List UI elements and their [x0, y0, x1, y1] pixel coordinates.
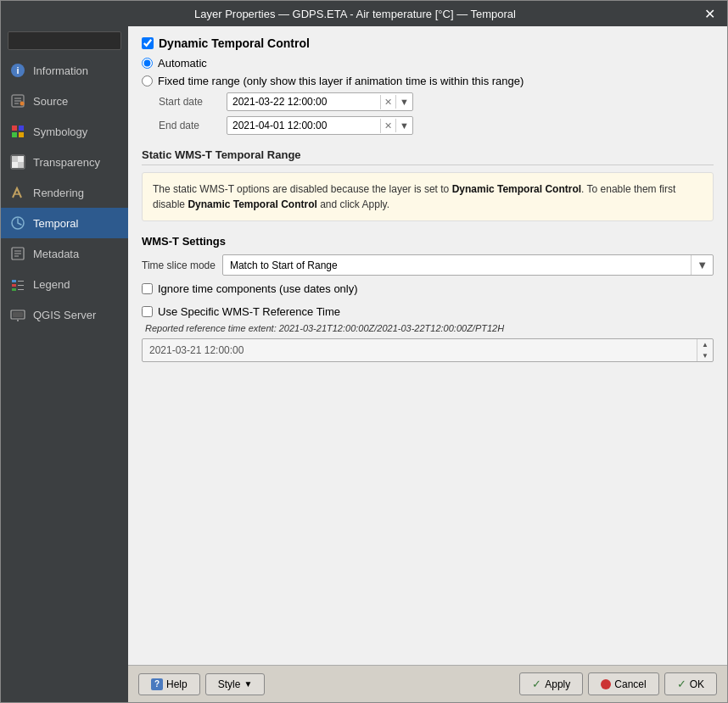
- ref-time-wrapper: 2021-03-21 12:00:00 ▲ ▼: [142, 338, 714, 362]
- use-specific-checkbox[interactable]: [142, 306, 153, 317]
- end-date-row: End date 2021-04-01 12:00:00 ✕ ▼: [142, 116, 714, 135]
- static-wms-section: Static WMS-T Temporal Range The static W…: [142, 148, 714, 221]
- sidebar-item-source[interactable]: Source: [1, 86, 128, 116]
- information-icon: i: [9, 62, 26, 79]
- source-icon: [9, 92, 26, 109]
- svg-rect-16: [12, 284, 16, 287]
- svg-rect-19: [13, 312, 23, 317]
- fixed-radio-label: Fixed time range (only show this layer i…: [158, 75, 524, 87]
- sidebar-item-temporal-label: Temporal: [33, 217, 78, 230]
- start-date-dropdown-icon[interactable]: ▼: [395, 95, 412, 109]
- svg-point-3: [20, 102, 25, 106]
- start-date-wrapper: 2021-03-22 12:00:00 ✕ ▼: [227, 92, 413, 111]
- sidebar-item-symbology[interactable]: Symbology: [1, 116, 128, 147]
- spinner-up-icon[interactable]: ▲: [697, 339, 713, 350]
- static-wms-info: The static WMS-T options are disabled be…: [142, 172, 714, 221]
- svg-rect-10: [12, 162, 18, 168]
- dynamic-temporal-section: Dynamic Temporal Control Automatic Fixed…: [142, 36, 714, 135]
- content-area: i Information Source Symbology: [1, 26, 727, 702]
- apply-check-icon: ✓: [532, 678, 541, 690]
- sidebar: i Information Source Symbology: [1, 26, 128, 702]
- time-slice-row: Time slice mode Match to Start of Range …: [142, 254, 714, 276]
- ignore-time-checkbox[interactable]: [142, 283, 153, 294]
- help-button[interactable]: ? Help: [138, 673, 200, 695]
- dynamic-temporal-checkbox-row: Dynamic Temporal Control: [142, 36, 714, 50]
- info-bold1: Dynamic Temporal Control: [452, 183, 581, 195]
- ok-check-icon: ✓: [677, 678, 686, 690]
- cancel-dot-icon: [601, 679, 611, 689]
- sidebar-item-information[interactable]: i Information: [1, 55, 128, 86]
- automatic-radio[interactable]: [142, 58, 153, 69]
- help-label: Help: [166, 678, 188, 690]
- svg-rect-15: [12, 280, 16, 282]
- end-date-input[interactable]: 2021-04-01 12:00:00: [227, 117, 380, 134]
- start-date-input[interactable]: 2021-03-22 12:00:00: [227, 93, 380, 110]
- cancel-label: Cancel: [614, 678, 646, 690]
- svg-rect-9: [18, 156, 24, 162]
- reported-note-value: 2021-03-21T12:00:00Z/2021-03-22T12:00:00…: [279, 323, 504, 333]
- info-text-prefix: The static WMS-T options are disabled be…: [153, 183, 452, 195]
- ignore-time-row: Ignore time components (use dates only): [142, 282, 714, 295]
- cancel-button[interactable]: Cancel: [588, 672, 658, 695]
- symbology-icon: [9, 123, 26, 140]
- start-date-row: Start date 2021-03-22 12:00:00 ✕ ▼: [142, 92, 714, 111]
- end-date-dropdown-icon[interactable]: ▼: [395, 119, 412, 132]
- sidebar-item-rendering[interactable]: Rendering: [1, 177, 128, 208]
- ignore-time-label: Ignore time components (use dates only): [158, 282, 358, 295]
- time-slice-select-wrapper: Match to Start of Range ▼: [222, 254, 714, 276]
- end-date-clear-icon[interactable]: ✕: [380, 119, 395, 133]
- titlebar: Layer Properties — GDPS.ETA - Air temper…: [1, 1, 727, 26]
- main-panel: Dynamic Temporal Control Automatic Fixed…: [128, 26, 727, 702]
- sidebar-item-legend-label: Legend: [33, 278, 70, 291]
- sidebar-item-metadata-label: Metadata: [33, 248, 79, 260]
- rendering-icon: [9, 184, 26, 201]
- svg-rect-4: [12, 126, 17, 131]
- ref-time-spinner: ▲ ▼: [697, 339, 713, 361]
- time-slice-label: Time slice mode: [142, 259, 216, 271]
- reported-note-prefix: Reported reference time extent:: [145, 323, 279, 333]
- footer-left: ? Help Style ▼: [138, 673, 265, 695]
- help-icon: ?: [151, 678, 163, 690]
- time-slice-select[interactable]: Match to Start of Range: [223, 256, 691, 275]
- info-bold2: Dynamic Temporal Control: [188, 198, 316, 210]
- ok-button[interactable]: ✓ OK: [664, 672, 717, 695]
- apply-button[interactable]: ✓ Apply: [519, 672, 583, 695]
- sidebar-item-legend[interactable]: Legend: [1, 269, 128, 299]
- use-specific-label: Use Specific WMS-T Reference Time: [158, 305, 340, 318]
- sidebar-item-qgis-server[interactable]: QGIS Server: [1, 299, 128, 330]
- ok-label: OK: [690, 678, 704, 690]
- spinner-down-icon[interactable]: ▼: [697, 350, 713, 361]
- qgis-server-icon: [9, 306, 26, 323]
- legend-icon: [9, 276, 26, 293]
- svg-rect-8: [12, 156, 18, 162]
- style-button[interactable]: Style ▼: [205, 673, 266, 695]
- dynamic-temporal-label: Dynamic Temporal Control: [159, 36, 310, 50]
- start-date-clear-icon[interactable]: ✕: [380, 95, 395, 109]
- sidebar-item-metadata[interactable]: Metadata: [1, 238, 128, 269]
- fixed-radio-row: Fixed time range (only show this layer i…: [142, 75, 714, 87]
- sidebar-item-transparency-label: Transparency: [33, 156, 100, 169]
- sidebar-item-information-label: Information: [33, 64, 88, 77]
- sidebar-item-symbology-label: Symbology: [33, 126, 87, 138]
- svg-rect-7: [19, 132, 24, 137]
- svg-point-20: [17, 320, 19, 321]
- svg-rect-11: [18, 162, 24, 168]
- search-input[interactable]: [8, 31, 121, 50]
- static-wms-title: Static WMS-T Temporal Range: [142, 148, 714, 165]
- search-box: [1, 26, 128, 55]
- sidebar-item-temporal[interactable]: Temporal: [1, 208, 128, 238]
- wms-settings-section: WMS-T Settings Time slice mode Match to …: [142, 235, 714, 362]
- footer-right: ✓ Apply Cancel ✓ OK: [519, 672, 717, 695]
- sidebar-item-transparency[interactable]: Transparency: [1, 147, 128, 177]
- start-date-label: Start date: [159, 96, 227, 108]
- reference-note: Reported reference time extent: 2021-03-…: [142, 323, 714, 333]
- close-button[interactable]: ✕: [701, 6, 719, 22]
- end-date-label: End date: [159, 120, 227, 131]
- sidebar-item-source-label: Source: [33, 95, 68, 108]
- apply-label: Apply: [545, 678, 570, 690]
- ref-time-input[interactable]: 2021-03-21 12:00:00: [143, 341, 697, 360]
- svg-rect-6: [12, 132, 17, 137]
- fixed-radio[interactable]: [142, 75, 153, 86]
- footer: ? Help Style ▼ ✓ Apply Cancel: [128, 665, 727, 702]
- dynamic-temporal-checkbox[interactable]: [142, 37, 154, 49]
